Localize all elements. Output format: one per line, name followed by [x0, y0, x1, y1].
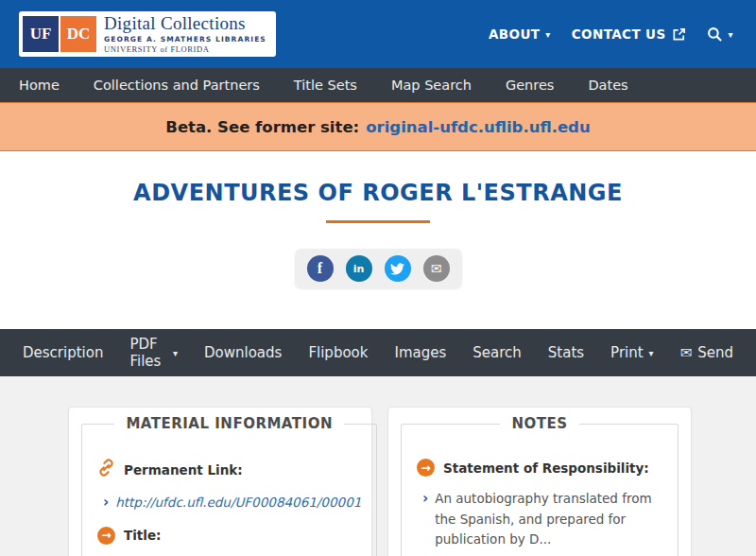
- contact-us-link[interactable]: CONTACT US: [572, 26, 686, 42]
- contact-us-label: CONTACT US: [572, 26, 666, 42]
- title-row: → Title:: [97, 527, 361, 545]
- ufdc-logo[interactable]: UF DC Digital Collections GEORGE A. SMAT…: [19, 11, 276, 57]
- search-icon: [707, 26, 723, 43]
- former-site-link[interactable]: original-ufdc.uflib.ufl.edu: [366, 118, 590, 136]
- toolbar-search[interactable]: Search: [459, 344, 535, 361]
- logo-title: Digital Collections: [104, 14, 266, 33]
- toolbar-downloads[interactable]: Downloads: [191, 344, 295, 361]
- permanent-link-url[interactable]: http://ufdc.ufl.edu/UF00084061/00001: [115, 493, 361, 513]
- item-toolbar: Description PDF Files ▾ Downloads Flipbo…: [0, 329, 756, 376]
- arrow-circle-icon: →: [97, 527, 115, 545]
- twitter-share-button[interactable]: [385, 255, 411, 282]
- arrow-circle-icon: →: [417, 459, 435, 477]
- toolbar-send[interactable]: ✉ Send: [667, 344, 733, 361]
- nav-item-genres[interactable]: Genres: [494, 78, 565, 93]
- linkedin-share-button[interactable]: in: [346, 255, 372, 282]
- chevron-right-icon: ›: [103, 495, 109, 510]
- site-header: UF DC Digital Collections GEORGE A. SMAT…: [0, 0, 756, 68]
- material-information-panel: MATERIAL INFORMATION Permanent Link: › h…: [68, 407, 372, 556]
- toolbar-print-label: Print: [610, 344, 644, 361]
- toolbar-print[interactable]: Print ▾: [597, 344, 667, 361]
- twitter-bird-icon: [390, 262, 404, 276]
- permanent-link-row: Permanent Link:: [97, 459, 361, 480]
- chevron-down-icon: ▾: [545, 29, 550, 40]
- about-menu-label: ABOUT: [489, 26, 540, 42]
- uf-logo-square: UF: [23, 16, 59, 52]
- toolbar-right-group: Stats Print ▾ ✉ Send: [535, 344, 733, 361]
- toolbar-pdf-files-label: PDF Files: [129, 336, 167, 370]
- toolbar-left-group: Description PDF Files ▾ Downloads Flipbo…: [23, 336, 535, 370]
- envelope-icon: ✉: [680, 344, 693, 361]
- logo-institution: UNIVERSITY of FLORIDA: [104, 45, 266, 54]
- ufdc-logo-squares: UF DC: [23, 16, 96, 52]
- nav-item-dates[interactable]: Dates: [576, 78, 639, 93]
- statement-of-responsibility-value: An autobiography translated from the Spa…: [435, 489, 662, 550]
- permanent-link-label: Permanent Link:: [124, 462, 243, 478]
- material-information-title: MATERIAL INFORMATION: [114, 415, 344, 432]
- social-share-bar: f in ✉: [0, 249, 756, 288]
- item-metadata-content: MATERIAL INFORMATION Permanent Link: › h…: [0, 376, 756, 556]
- toolbar-description[interactable]: Description: [23, 344, 116, 361]
- permanent-link-value-row: › http://ufdc.ufl.edu/UF00084061/00001: [103, 493, 361, 513]
- nav-item-map-search[interactable]: Map Search: [380, 78, 483, 93]
- chevron-right-icon: ›: [422, 492, 428, 506]
- chevron-down-icon: ▾: [649, 348, 654, 358]
- link-icon: [97, 459, 115, 480]
- search-menu[interactable]: ▾: [707, 26, 733, 43]
- toolbar-pdf-files[interactable]: PDF Files ▾: [116, 336, 191, 370]
- logo-subtitle: GEORGE A. SMATHERS LIBRARIES: [104, 36, 266, 43]
- email-share-button[interactable]: ✉: [423, 255, 450, 282]
- toolbar-flipbook[interactable]: Flipbook: [295, 344, 381, 361]
- main-nav: Home Collections and Partners Title Sets…: [0, 68, 756, 102]
- statement-of-responsibility-row: → Statement of Responsibility:: [417, 459, 662, 477]
- logo-text: Digital Collections GEORGE A. SMATHERS L…: [104, 14, 266, 54]
- header-menu: ABOUT ▾ CONTACT US ▾: [489, 26, 733, 43]
- statement-of-responsibility-label: Statement of Responsibility:: [443, 460, 649, 476]
- facebook-share-button[interactable]: f: [307, 255, 334, 282]
- notes-title: NOTES: [500, 415, 578, 432]
- nav-item-home[interactable]: Home: [8, 78, 71, 93]
- social-share-pill: f in ✉: [295, 249, 462, 288]
- title-label: Title:: [124, 528, 161, 543]
- title-underline: [326, 220, 430, 223]
- toolbar-images[interactable]: Images: [381, 344, 459, 361]
- toolbar-send-label: Send: [697, 344, 733, 361]
- chevron-down-icon: ▾: [729, 29, 733, 40]
- toolbar-stats[interactable]: Stats: [535, 344, 597, 361]
- page-title: ADVENTURES OF ROGER L'ESTRANGE: [0, 151, 756, 206]
- about-menu[interactable]: ABOUT ▾: [489, 26, 551, 42]
- dc-logo-square: DC: [60, 16, 96, 52]
- nav-item-collections-and-partners[interactable]: Collections and Partners: [82, 78, 271, 93]
- title-section: ADVENTURES OF ROGER L'ESTRANGE f in ✉: [0, 151, 756, 329]
- nav-item-title-sets[interactable]: Title Sets: [283, 78, 369, 93]
- statement-of-responsibility-value-row: › An autobiography translated from the S…: [422, 489, 662, 550]
- beta-banner-text: Beta. See former site:: [165, 118, 359, 136]
- beta-banner: Beta. See former site: original-ufdc.ufl…: [0, 102, 756, 151]
- notes-panel: NOTES → Statement of Responsibility: › A…: [387, 407, 692, 556]
- external-link-icon: [672, 27, 686, 42]
- chevron-down-icon: ▾: [173, 348, 178, 358]
